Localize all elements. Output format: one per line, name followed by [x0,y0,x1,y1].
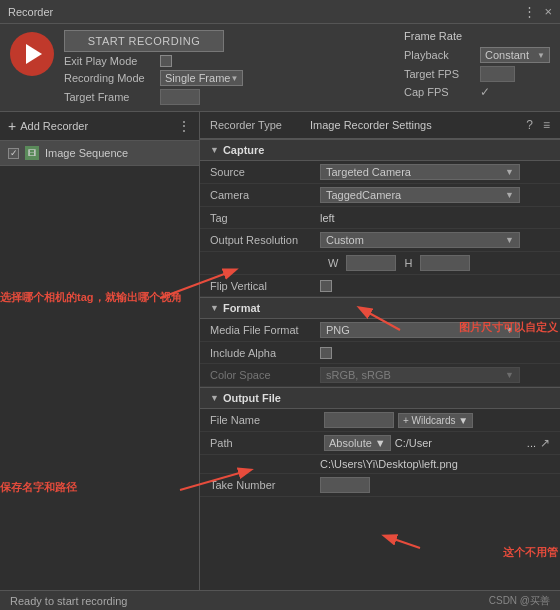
flip-vertical-label: Flip Vertical [210,280,320,292]
exit-play-mode-label: Exit Play Mode [64,55,154,67]
include-alpha-label: Include Alpha [210,347,320,359]
csdn-label: CSDN @买善 [489,594,550,608]
play-triangle-icon [26,44,42,64]
height-label: H [404,257,412,269]
dots-spacer: ... [527,437,536,449]
target-frame-input[interactable]: 0 [160,89,200,105]
recording-mode-label: Recording Mode [64,72,154,84]
color-space-caret: ▼ [505,370,514,380]
recording-mode-row: Recording Mode Single Frame ▼ [64,70,384,86]
wildcards-caret: ▼ [458,415,468,426]
capture-section-header: ▼ Capture [200,139,560,161]
flip-vertical-checkbox[interactable] [320,280,332,292]
title-bar: Recorder ⋮ × [0,0,560,24]
width-label: W [328,257,338,269]
take-number-input[interactable]: 41 [320,477,370,493]
output-resolution-dropdown[interactable]: Custom ▼ [320,232,520,248]
file-name-row: File Name left + Wildcards ▼ [200,409,560,432]
cap-fps-label: Cap FPS [404,86,474,98]
tag-value: left [320,212,335,224]
options-icon[interactable]: ⋮ [177,118,191,134]
target-frame-label: Target Frame [64,91,154,103]
target-fps-label: Target FPS [404,68,474,80]
camera-row: Camera TaggedCamera ▼ [200,184,560,207]
list-item[interactable]: ✓ 🎞 Image Sequence [0,141,199,166]
playback-value: Constant [485,49,529,61]
path-type-caret: ▼ [375,437,386,449]
color-space-dropdown: sRGB, sRGB ▼ [320,367,520,383]
media-file-format-label: Media File Format [210,324,320,336]
bottom-bar: Ready to start recording CSDN @买善 [0,590,560,610]
wildcards-button[interactable]: + Wildcards ▼ [398,413,473,428]
format-triangle-icon: ▼ [210,303,219,313]
recorder-type-header: Recorder Type Image Recorder Settings ? … [200,112,560,139]
settings-icon[interactable]: ≡ [543,118,550,132]
media-file-format-caret: ▼ [505,325,514,335]
wildcards-label: + Wildcards [403,415,456,426]
cap-fps-checkmark: ✓ [480,85,490,99]
left-panel: + Add Recorder ⋮ ✓ 🎞 Image Sequence [0,112,200,610]
height-input[interactable]: 1200 [420,255,470,271]
status-text: Ready to start recording [10,595,127,607]
recorder-name: Image Sequence [45,147,128,159]
recorder-type-value: Image Recorder Settings [310,119,516,131]
playback-dropdown[interactable]: Constant ▼ [480,47,550,63]
file-name-label: File Name [210,414,320,426]
source-dropdown[interactable]: Targeted Camera ▼ [320,164,520,180]
camera-label: Camera [210,189,320,201]
source-value: Targeted Camera [326,166,411,178]
path-value: C:/User [395,437,523,449]
color-space-label: Color Space [210,369,320,381]
frame-rate-title: Frame Rate [404,30,550,42]
tag-row: Tag left [200,207,560,229]
add-recorder-button[interactable]: + Add Recorder [8,118,88,134]
menu-icon[interactable]: ⋮ [523,4,536,19]
title-label: Recorder [8,6,53,18]
path-open-icon[interactable]: ↗ [540,436,550,450]
capture-triangle-icon: ▼ [210,145,219,155]
exit-play-mode-row: Exit Play Mode [64,55,384,67]
path-row: Path Absolute ▼ C:/User ... ↗ [200,432,560,455]
top-controls: START RECORDING Exit Play Mode Recording… [64,30,384,105]
full-path-row: C:\Users\Yi\Desktop\left.png [200,455,560,474]
start-recording-button[interactable]: START RECORDING [64,30,224,52]
capture-section-title: Capture [223,144,265,156]
play-button[interactable] [10,32,54,76]
source-label: Source [210,166,320,178]
format-section-header: ▼ Format [200,297,560,319]
color-space-value: sRGB, sRGB [326,369,391,381]
top-section: START RECORDING Exit Play Mode Recording… [0,24,560,112]
target-fps-input[interactable]: 30 [480,66,515,82]
camera-dropdown[interactable]: TaggedCamera ▼ [320,187,520,203]
path-type-dropdown[interactable]: Absolute ▼ [324,435,391,451]
output-resolution-label: Output Resolution [210,234,320,246]
source-caret: ▼ [505,167,514,177]
media-file-format-dropdown[interactable]: PNG ▼ [320,322,520,338]
color-space-row: Color Space sRGB, sRGB ▼ [200,364,560,387]
output-resolution-caret: ▼ [505,235,514,245]
take-number-row: Take Number 41 [200,474,560,497]
close-icon[interactable]: × [544,4,552,19]
file-name-input[interactable]: left [324,412,394,428]
source-row: Source Targeted Camera ▼ [200,161,560,184]
add-recorder-label: Add Recorder [20,120,88,132]
include-alpha-checkbox[interactable] [320,347,332,359]
recording-mode-value: Single Frame [165,72,230,84]
flip-vertical-row: Flip Vertical [200,275,560,297]
recording-mode-arrow: ▼ [230,74,238,83]
frame-rate-section: Frame Rate Playback Constant ▼ Target FP… [404,30,550,99]
take-number-label: Take Number [210,479,320,491]
recording-mode-dropdown[interactable]: Single Frame ▼ [160,70,243,86]
help-icon[interactable]: ? [526,118,533,132]
recorder-checkbox[interactable]: ✓ [8,148,19,159]
width-input[interactable]: 1280 [346,255,396,271]
playback-row: Playback Constant ▼ [404,47,550,63]
format-section-title: Format [223,302,260,314]
plus-icon: + [8,118,16,134]
resolution-wh-row: W 1280 H 1200 [200,252,560,275]
title-bar-icons: ⋮ × [523,4,552,19]
exit-play-mode-checkbox[interactable] [160,55,172,67]
recorder-type-label: Recorder Type [210,119,300,131]
playback-label: Playback [404,49,474,61]
tag-label: Tag [210,212,320,224]
